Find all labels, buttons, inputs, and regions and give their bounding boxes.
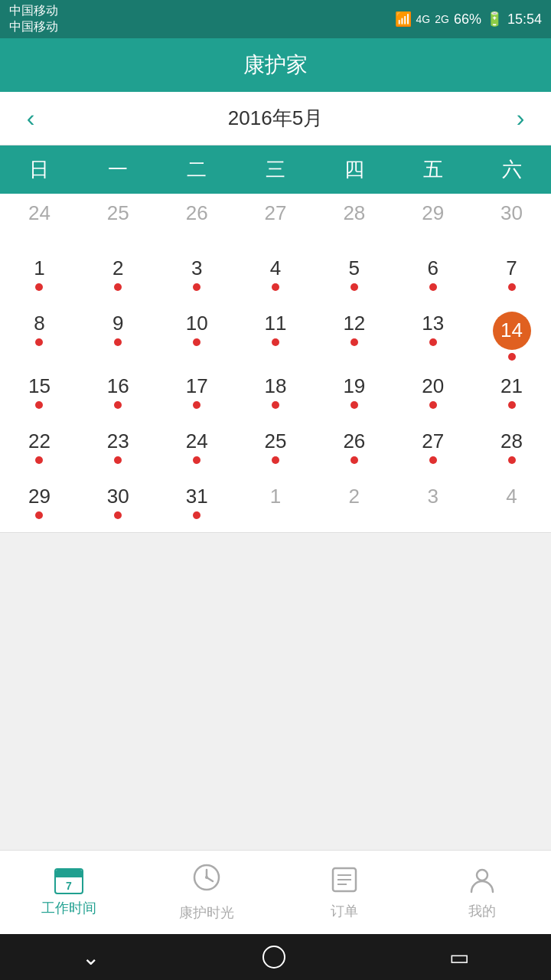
table-row[interactable]: 25 <box>79 194 158 249</box>
status-bar: 中国移动 中国移动 📶 4G 2G 66% 🔋 15:54 <box>0 0 551 38</box>
day-header-fri: 五 <box>393 145 472 194</box>
carrier2: 中国移动 <box>9 19 58 35</box>
table-row[interactable]: 10 <box>158 304 236 367</box>
table-row[interactable]: 2 <box>79 249 158 304</box>
table-row[interactable]: 30 <box>79 477 158 532</box>
table-row[interactable]: 22 <box>0 422 79 477</box>
table-row[interactable]: 4 <box>472 477 551 532</box>
event-dot <box>35 401 43 409</box>
day-headers: 日 一 二 三 四 五 六 <box>0 145 551 194</box>
table-row[interactable]: 26 <box>315 422 393 477</box>
table-row[interactable]: 1 <box>236 477 315 532</box>
list-icon <box>330 865 359 897</box>
table-row[interactable]: 13 <box>393 304 472 367</box>
event-dot <box>429 401 437 409</box>
table-row[interactable]: 21 <box>472 367 551 422</box>
table-row[interactable]: 5 <box>315 249 393 304</box>
app-header: 康护家 <box>0 38 551 92</box>
event-dot <box>193 338 201 346</box>
table-row[interactable]: 9 <box>79 304 158 367</box>
time: 15:54 <box>507 11 542 28</box>
day-header-wed: 三 <box>236 145 315 194</box>
table-row[interactable]: 23 <box>79 422 158 477</box>
table-row[interactable]: 3 <box>393 477 472 532</box>
table-row[interactable]: 4 <box>236 249 315 304</box>
nav-my-label: 我的 <box>468 902 496 920</box>
table-row[interactable]: 16 <box>79 367 158 422</box>
event-dot <box>35 283 43 291</box>
event-dot <box>508 283 516 291</box>
status-right: 📶 4G 2G 66% 🔋 15:54 <box>395 11 542 28</box>
system-nav-bar: ⌄ ▭ <box>0 934 551 980</box>
table-row[interactable]: 26 <box>158 194 236 249</box>
table-row[interactable]: 25 <box>236 422 315 477</box>
day-header-tue: 二 <box>158 145 236 194</box>
nav-orders[interactable]: 订单 <box>276 865 413 920</box>
event-dot <box>508 456 516 464</box>
table-row[interactable]: 29 <box>0 477 79 532</box>
nav-my[interactable]: 我的 <box>413 865 551 920</box>
event-dot <box>35 338 43 346</box>
svg-point-3 <box>205 876 208 879</box>
back-button[interactable]: ⌄ <box>82 945 99 970</box>
svg-point-8 <box>477 870 487 880</box>
table-row[interactable]: 19 <box>315 367 393 422</box>
nav-work-time[interactable]: 7 工作时间 <box>0 868 138 917</box>
table-row[interactable]: 2 <box>315 477 393 532</box>
person-icon <box>468 865 497 897</box>
next-month-button[interactable]: › <box>505 104 536 132</box>
home-button[interactable] <box>262 946 285 969</box>
battery-icon: 🔋 <box>486 11 503 28</box>
calendar-grid: 2425262728293012345678910111213141516171… <box>0 194 551 532</box>
nav-work-time-label: 工作时间 <box>41 899 96 917</box>
event-dot <box>193 401 201 409</box>
prev-month-button[interactable]: ‹ <box>15 104 46 132</box>
carrier1: 中国移动 <box>9 3 58 19</box>
table-row[interactable]: 17 <box>158 367 236 422</box>
table-row[interactable]: 8 <box>0 304 79 367</box>
event-dot <box>35 456 43 464</box>
event-dot <box>350 338 358 346</box>
wifi-icon: 📶 <box>395 11 412 28</box>
table-row[interactable]: 12 <box>315 304 393 367</box>
event-dot <box>272 401 279 409</box>
event-dot <box>114 283 122 291</box>
table-row[interactable]: 11 <box>236 304 315 367</box>
table-row[interactable]: 28 <box>315 194 393 249</box>
battery-level: 66% <box>454 11 481 28</box>
table-row[interactable]: 3 <box>158 249 236 304</box>
table-row[interactable]: 29 <box>393 194 472 249</box>
event-dot <box>114 456 122 464</box>
table-row[interactable]: 31 <box>158 477 236 532</box>
table-row[interactable]: 20 <box>393 367 472 422</box>
nav-care-time[interactable]: 康护时光 <box>138 863 276 922</box>
month-year-label: 2016年5月 <box>228 105 323 132</box>
table-row[interactable]: 24 <box>158 422 236 477</box>
table-row[interactable]: 27 <box>236 194 315 249</box>
bottom-nav: 7 工作时间 康护时光 订单 <box>0 850 551 934</box>
calendar-icon: 7 <box>54 868 83 894</box>
nav-care-time-label: 康护时光 <box>179 903 234 922</box>
table-row[interactable]: 7 <box>472 249 551 304</box>
table-row[interactable]: 30 <box>472 194 551 249</box>
day-header-thu: 四 <box>315 145 393 194</box>
event-dot <box>193 456 201 464</box>
table-row[interactable]: 27 <box>393 422 472 477</box>
table-row[interactable]: 18 <box>236 367 315 422</box>
table-row[interactable]: 14 <box>472 304 551 367</box>
event-dot <box>272 456 279 464</box>
event-dot <box>35 511 43 519</box>
event-dot <box>193 283 201 291</box>
calendar: 日 一 二 三 四 五 六 24252627282930123456789101… <box>0 145 551 533</box>
table-row[interactable]: 28 <box>472 422 551 477</box>
table-row[interactable]: 24 <box>0 194 79 249</box>
event-dot <box>508 353 516 361</box>
table-row[interactable]: 6 <box>393 249 472 304</box>
table-row[interactable]: 1 <box>0 249 79 304</box>
app-title: 康护家 <box>243 51 308 80</box>
recent-button[interactable]: ▭ <box>449 945 469 970</box>
table-row[interactable]: 15 <box>0 367 79 422</box>
event-dot <box>272 338 279 346</box>
event-dot <box>429 456 437 464</box>
content-area <box>0 533 551 900</box>
